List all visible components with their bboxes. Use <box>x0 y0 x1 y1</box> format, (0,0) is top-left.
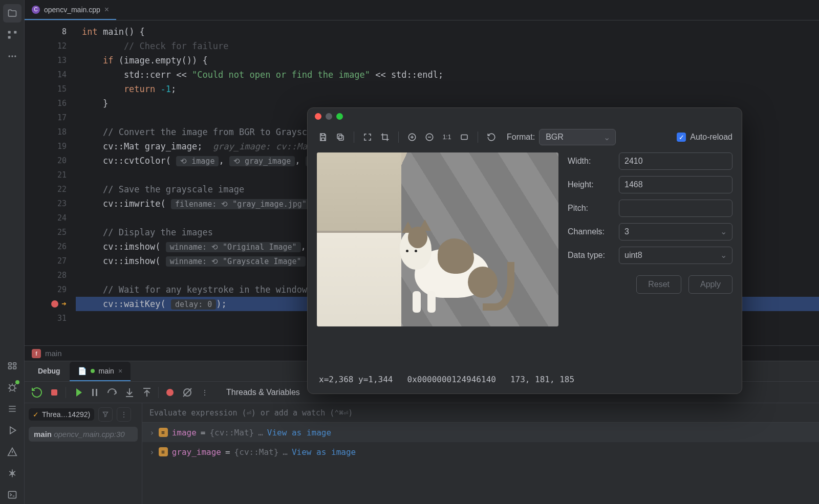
code-token: , <box>219 156 229 166</box>
zoom-out-icon[interactable] <box>423 131 436 143</box>
frames-menu-button[interactable]: ⋮ <box>117 407 131 422</box>
project-tool-icon[interactable] <box>3 4 21 23</box>
dtype-value: uint8 <box>624 251 642 259</box>
more-tool-icon[interactable] <box>3 47 21 65</box>
refresh-icon[interactable] <box>485 131 498 143</box>
mute-breakpoints-button[interactable] <box>181 386 193 399</box>
apply-button[interactable]: Apply <box>688 275 732 294</box>
variable-row-image[interactable]: › ≡ image = {cv::Mat} … View as image <box>142 423 819 442</box>
code-token: cv::imwrite( <box>82 199 171 209</box>
chevron-right-icon[interactable]: › <box>149 428 155 437</box>
filter-frames-button[interactable] <box>98 407 113 422</box>
line-number: 17 <box>25 111 67 125</box>
code-token: cv::waitKey( <box>82 299 171 309</box>
resume-button[interactable] <box>71 386 83 399</box>
param-hint: ⟲ image <box>176 156 219 166</box>
evaluate-expression-input[interactable]: Evaluate expression (⏎) or add a watch (… <box>142 403 819 423</box>
channels-select[interactable]: 3 <box>619 223 732 240</box>
svg-point-4 <box>11 55 13 57</box>
gutter: 8 12 13 14 15 16 17 18 19 20 21 22 23 24… <box>25 20 76 345</box>
close-window-button[interactable] <box>315 113 321 120</box>
chevron-right-icon[interactable]: › <box>149 447 155 457</box>
line-number: 21 <box>25 168 67 182</box>
more-actions-button[interactable]: ⋮ <box>199 386 211 399</box>
step-out-button[interactable] <box>141 386 153 399</box>
tab-filename: opencv_main.cpp <box>44 6 100 14</box>
line-number: 8 <box>25 25 67 39</box>
minimize-window-button[interactable] <box>326 113 332 120</box>
actual-size-icon[interactable]: 1:1 <box>441 131 453 143</box>
status-address: 0x0000000124946140 <box>407 375 496 384</box>
code-token: -1 <box>161 84 171 94</box>
step-into-button[interactable] <box>123 386 136 399</box>
structure-tool-icon[interactable] <box>3 26 21 44</box>
tab-run-config[interactable]: 📄 main × <box>70 362 131 381</box>
code-token: , <box>295 156 305 166</box>
equals: = <box>201 428 206 437</box>
stack-frame[interactable]: main opencv_main.cpp:30 <box>29 427 138 442</box>
code-token: cv::imshow( <box>82 256 166 266</box>
height-input[interactable] <box>619 176 732 193</box>
code-token: // Display the images <box>82 227 213 237</box>
param-hint: delay: 0 <box>171 299 216 310</box>
fit-screen-icon[interactable] <box>458 131 470 143</box>
view-as-image-link[interactable]: View as image <box>267 428 331 437</box>
view-as-image-link[interactable]: View as image <box>292 447 356 457</box>
format-select[interactable]: BGR <box>539 129 616 145</box>
width-input[interactable] <box>619 152 732 170</box>
threads-variables-label[interactable]: Threads & Variables <box>216 388 300 397</box>
code-token: ; <box>171 84 176 94</box>
run-config-icon: 📄 <box>78 367 87 375</box>
code-token: return <box>82 84 161 94</box>
reset-button[interactable]: Reset <box>636 275 681 294</box>
svg-rect-13 <box>51 389 57 396</box>
frame-location: opencv_main.cpp:30 <box>54 430 124 439</box>
save-icon[interactable] <box>317 131 329 143</box>
bookmarks-tool-icon[interactable] <box>3 357 21 375</box>
tab-debug[interactable]: Debug <box>30 362 69 381</box>
svg-point-10 <box>10 385 15 390</box>
close-tab-icon[interactable]: × <box>118 367 122 375</box>
param-hint: filename: ⟲ "gray_image.jpg" <box>171 199 311 209</box>
svg-point-3 <box>8 55 10 57</box>
copy-icon[interactable] <box>334 131 347 143</box>
dtype-select[interactable]: uint8 <box>619 247 732 264</box>
rerun-button[interactable] <box>31 386 43 399</box>
svg-rect-9 <box>13 367 16 369</box>
view-breakpoints-button[interactable] <box>164 386 176 399</box>
breakpoint-icon[interactable] <box>51 300 58 308</box>
svg-rect-0 <box>8 31 10 34</box>
breadcrumb-function[interactable]: main <box>45 349 62 358</box>
line-number: 26 <box>25 239 67 254</box>
debug-tool-icon[interactable] <box>3 378 21 397</box>
terminal-tool-icon[interactable] <box>3 486 21 504</box>
todo-tool-icon[interactable] <box>3 400 21 418</box>
stop-button[interactable] <box>48 386 60 399</box>
code-token: cv::imshow( <box>82 242 166 252</box>
services-tool-icon[interactable] <box>3 464 21 483</box>
editor-tab-opencv-main[interactable]: C opencv_main.cpp × <box>25 0 116 20</box>
image-preview[interactable] <box>317 152 558 326</box>
step-over-button[interactable] <box>106 386 118 399</box>
variable-row-gray-image[interactable]: › ≡ gray_image = {cv::Mat} … View as ima… <box>142 442 819 462</box>
code-token: // Wait for any keystroke in the window <box>82 284 307 295</box>
image-inspector-window[interactable]: 1:1 Format: BGR ✓ Auto-reload <box>307 107 742 394</box>
problems-tool-icon[interactable] <box>3 443 21 461</box>
zoom-in-icon[interactable] <box>406 131 418 143</box>
run-tool-icon[interactable] <box>3 421 21 440</box>
svg-rect-22 <box>461 135 467 140</box>
breakpoint-row[interactable]: ➔ <box>25 297 67 311</box>
variable-name: gray_image <box>172 447 221 457</box>
window-titlebar[interactable] <box>308 108 742 125</box>
pitch-input[interactable] <box>619 200 732 217</box>
close-tab-icon[interactable]: × <box>104 5 109 14</box>
crop-icon[interactable] <box>379 131 391 143</box>
zoom-window-button[interactable] <box>336 113 343 120</box>
fit-icon[interactable] <box>361 131 374 143</box>
thread-selector[interactable]: ✓ Threa…14292) <box>29 408 94 421</box>
pause-button[interactable] <box>89 386 101 399</box>
variable-kind-icon: ≡ <box>159 428 168 437</box>
auto-reload-checkbox[interactable]: ✓ Auto-reload <box>677 133 732 142</box>
svg-rect-6 <box>8 363 11 365</box>
frames-pane: ✓ Threa…14292) ⋮ main opencv_main.cpp:30 <box>25 403 142 504</box>
